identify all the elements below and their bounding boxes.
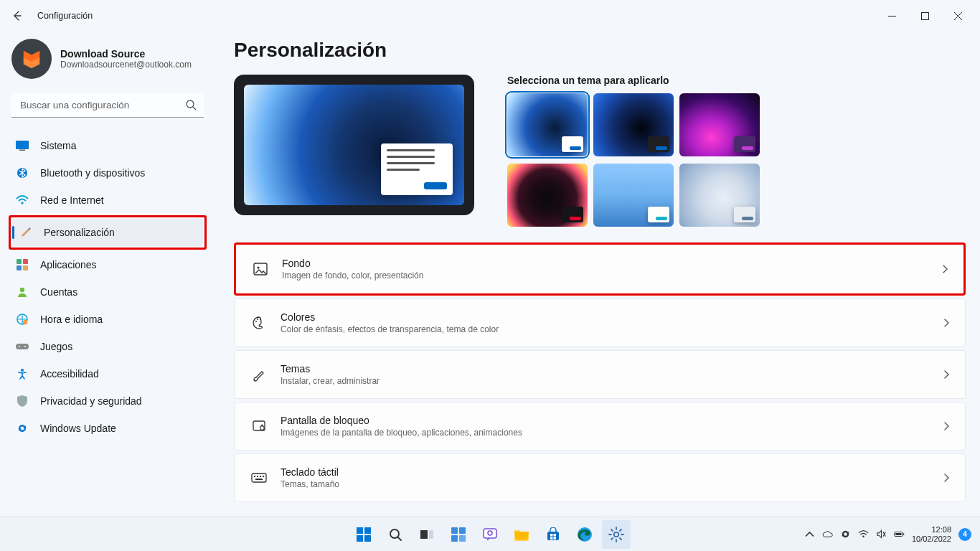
widgets-icon [451, 527, 466, 542]
theme-picker-label: Selecciona un tema para aplicarlo [507, 75, 760, 86]
taskbar-chat[interactable] [476, 520, 504, 549]
sidebar-item-gaming[interactable]: Juegos [9, 333, 207, 360]
gamepad-icon [14, 342, 30, 351]
minimize-button[interactable] [875, 4, 908, 27]
edge-icon [577, 527, 593, 542]
svg-rect-35 [420, 530, 428, 539]
svg-rect-30 [357, 527, 363, 534]
card-title: Temas [281, 363, 942, 375]
svg-rect-44 [550, 534, 553, 537]
card-touch-keyboard[interactable]: Teclado táctilTemas, tamaño [234, 453, 966, 502]
page-title: Personalización [234, 39, 966, 62]
card-colors[interactable]: ColoresColor de énfasis, efectos de tran… [234, 298, 966, 347]
arrow-left-icon [11, 10, 23, 22]
chevron-right-icon [942, 319, 951, 327]
theme-tile-5[interactable] [593, 164, 674, 227]
apps-icon [14, 259, 30, 270]
theme-tile-4[interactable] [507, 164, 588, 227]
volume-tray-icon[interactable] [876, 529, 887, 540]
sidebar-item-network[interactable]: Red e Internet [9, 187, 207, 214]
search-input[interactable] [11, 93, 204, 118]
card-subtitle: Imágenes de la pantalla de bloqueo, apli… [281, 428, 942, 438]
svg-rect-29 [255, 479, 263, 480]
svg-rect-38 [459, 527, 466, 534]
svg-rect-13 [16, 344, 29, 349]
picture-icon [250, 262, 270, 276]
sidebar-item-bluetooth[interactable]: Bluetooth y dispositivos [9, 159, 207, 187]
person-icon [14, 286, 30, 298]
svg-point-10 [20, 288, 24, 292]
svg-point-21 [260, 319, 261, 320]
theme-tile-1[interactable] [507, 93, 588, 156]
battery-tray-icon[interactable] [894, 529, 905, 540]
card-subtitle: Imagen de fondo, color, presentación [282, 270, 941, 281]
tray-date: 10/02/2022 [912, 534, 951, 544]
sidebar-item-accessibility[interactable]: Accesibilidad [9, 360, 207, 387]
keyboard-icon [249, 473, 269, 483]
taskbar-store[interactable] [539, 520, 567, 549]
svg-point-5 [21, 202, 24, 204]
chevron-right-icon [942, 474, 951, 482]
svg-rect-25 [254, 476, 255, 477]
desktop-preview [234, 75, 474, 215]
onedrive-icon[interactable] [822, 529, 833, 540]
update-tray-icon[interactable] [840, 529, 851, 540]
theme-tile-3[interactable] [679, 93, 760, 156]
sidebar-item-system[interactable]: Sistema [9, 132, 207, 159]
svg-rect-7 [23, 259, 28, 264]
profile-block[interactable]: Download Source Downloadsourcenet@outloo… [9, 34, 207, 92]
sidebar-item-label: Cuentas [40, 286, 77, 298]
wifi-tray-icon[interactable] [858, 529, 869, 540]
card-background[interactable]: FondoImagen de fondo, color, presentació… [236, 245, 963, 293]
svg-rect-28 [263, 476, 264, 477]
profile-name: Download Source [60, 48, 192, 60]
notification-badge[interactable]: 4 [958, 528, 971, 541]
accessibility-icon [14, 368, 30, 380]
theme-tile-2[interactable] [593, 93, 674, 156]
card-title: Pantalla de bloqueo [281, 415, 942, 426]
taskbar-settings[interactable] [602, 520, 631, 549]
close-button[interactable] [941, 4, 974, 27]
sidebar-item-time-language[interactable]: Hora e idioma [9, 306, 207, 333]
svg-point-15 [24, 346, 26, 347]
svg-point-20 [257, 319, 258, 320]
maximize-button[interactable] [908, 4, 941, 27]
sidebar-item-privacy[interactable]: Privacidad y seguridad [9, 387, 207, 415]
tray-clock[interactable]: 12:08 10/02/2022 [912, 525, 951, 543]
card-lockscreen[interactable]: Pantalla de bloqueoImágenes de la pantal… [234, 402, 966, 451]
theme-tile-6[interactable] [679, 164, 760, 227]
sidebar-item-windows-update[interactable]: Windows Update [9, 415, 207, 442]
svg-rect-23 [260, 426, 264, 430]
card-themes[interactable]: TemasInstalar, crear, administrar [234, 350, 966, 399]
card-title: Teclado táctil [281, 466, 942, 478]
svg-rect-9 [23, 265, 28, 270]
sidebar-item-accounts[interactable]: Cuentas [9, 278, 207, 306]
brush-icon [249, 367, 269, 382]
sidebar-item-apps[interactable]: Aplicaciones [9, 251, 207, 278]
preview-window [381, 143, 453, 195]
tray-chevron-up-icon[interactable] [804, 529, 815, 540]
search-box [11, 93, 204, 118]
taskbar-taskview[interactable] [413, 520, 441, 549]
theme-picker: Selecciona un tema para aplicarlo [507, 75, 760, 227]
taskbar-explorer[interactable] [507, 520, 536, 549]
sidebar-item-label: Privacidad y seguridad [40, 395, 142, 407]
content-area: Personalización Selecciona un tema para … [215, 32, 980, 517]
taskbar-edge[interactable] [570, 520, 599, 549]
sidebar-item-personalization[interactable]: Personalización [12, 219, 203, 246]
highlight-fondo: FondoImagen de fondo, color, presentació… [234, 242, 966, 296]
svg-rect-6 [17, 259, 22, 264]
svg-rect-52 [903, 533, 905, 534]
svg-rect-0 [921, 12, 928, 19]
taskbar-search[interactable] [381, 520, 410, 549]
svg-rect-47 [554, 537, 557, 540]
svg-rect-43 [547, 532, 559, 540]
sidebar-item-label: Juegos [40, 341, 72, 352]
back-button[interactable] [6, 4, 29, 27]
system-icon [14, 141, 30, 151]
sidebar-item-label: Red e Internet [40, 194, 104, 206]
sidebar-item-label: Aplicaciones [40, 259, 97, 270]
taskbar-widgets[interactable] [444, 520, 473, 549]
profile-email: Downloadsourcenet@outlook.com [60, 60, 192, 70]
start-button[interactable] [349, 520, 378, 549]
